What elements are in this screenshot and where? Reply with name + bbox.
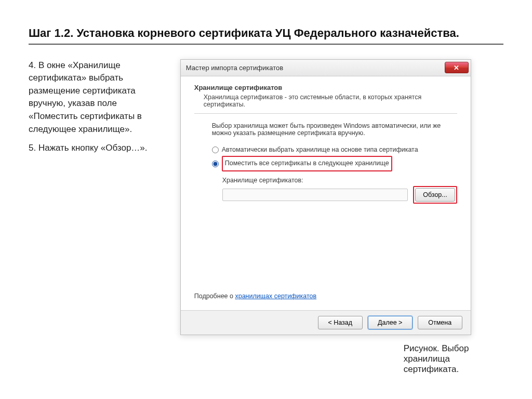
cancel-label: Отмена	[428, 319, 451, 326]
next-label: Далее >	[378, 319, 402, 326]
store-row: Обзор...	[222, 186, 457, 204]
screenshot-column: Мастер импорта сертификатов ✕ Хранилище …	[180, 59, 503, 375]
store-input[interactable]	[222, 189, 408, 201]
cert-import-dialog: Мастер импорта сертификатов ✕ Хранилище …	[180, 59, 471, 335]
radio-group: Автоматически выбрать хранилище на основ…	[212, 144, 457, 172]
learn-prefix: Подробнее о	[194, 292, 235, 300]
separator	[194, 113, 457, 114]
back-button[interactable]: < Назад	[318, 316, 363, 329]
section-title: Хранилище сертификатов	[194, 84, 457, 91]
dialog-body: Хранилище сертификатов Хранилища сертифи…	[181, 76, 471, 310]
learn-more: Подробнее о хранилищах сертификатов	[194, 292, 316, 300]
radio-manual-label: Поместить все сертификаты в следующее хр…	[222, 156, 392, 171]
content-row: 4. В окне «Хранилище сертификата» выбрат…	[29, 59, 503, 375]
radio-manual[interactable]	[212, 161, 219, 167]
radio-auto-label: Автоматически выбрать хранилище на основ…	[222, 144, 418, 156]
browse-button[interactable]: Обзор...	[415, 188, 455, 202]
page-heading: Шаг 1.2. Установка корневого сертификата…	[29, 26, 503, 45]
radio-auto[interactable]	[212, 147, 219, 153]
close-icon: ✕	[454, 64, 459, 72]
titlebar[interactable]: Мастер импорта сертификатов ✕	[181, 60, 471, 76]
body-text: Выбор хранилища может быть произведен Wi…	[212, 122, 457, 137]
cancel-button[interactable]: Отмена	[418, 316, 462, 329]
back-label: < Назад	[328, 319, 352, 326]
radio-auto-row[interactable]: Автоматически выбрать хранилище на основ…	[212, 144, 457, 156]
close-button[interactable]: ✕	[445, 62, 469, 73]
instruction-step-5: 5. Нажать кнопку «Обзор…».	[29, 142, 165, 155]
store-field-label: Хранилище сертификатов:	[222, 177, 457, 184]
instructions: 4. В окне «Хранилище сертификата» выбрат…	[29, 59, 165, 375]
radio-manual-row[interactable]: Поместить все сертификаты в следующее хр…	[212, 156, 457, 171]
next-button[interactable]: Далее >	[368, 316, 413, 329]
instruction-step-4: 4. В окне «Хранилище сертификата» выбрат…	[29, 59, 165, 136]
learn-link[interactable]: хранилищах сертификатов	[235, 292, 316, 300]
window-title: Мастер импорта сертификатов	[186, 64, 283, 72]
browse-highlight: Обзор...	[413, 186, 457, 204]
figure-caption: Рисунок. Выбор хранилища сертификата.	[180, 343, 503, 375]
dialog-footer: < Назад Далее > Отмена	[181, 310, 471, 335]
section-desc: Хранилища сертификатов - это системные о…	[204, 94, 457, 108]
